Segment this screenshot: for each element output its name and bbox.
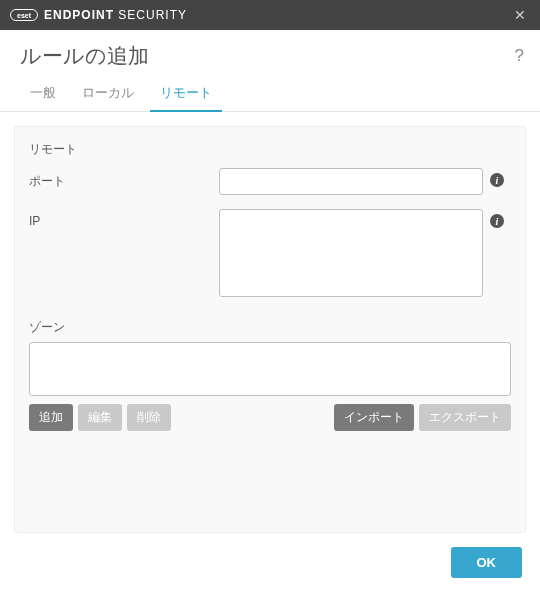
info-icon[interactable]: i bbox=[490, 173, 504, 187]
dialog-footer: OK bbox=[0, 533, 540, 578]
tab-bar: 一般 ローカル リモート bbox=[0, 76, 540, 112]
brand-name-rest: SECURITY bbox=[114, 8, 187, 22]
zone-delete-button: 削除 bbox=[127, 404, 171, 431]
help-icon[interactable]: ? bbox=[515, 46, 524, 66]
row-ip: IP i bbox=[29, 209, 511, 301]
dialog-window: eset ENDPOINT SECURITY ✕ ルールの追加 ? 一般 ローカ… bbox=[0, 0, 540, 590]
section-label-remote: リモート bbox=[29, 141, 511, 158]
tab-general[interactable]: 一般 bbox=[20, 76, 66, 111]
zone-export-button: エクスポート bbox=[419, 404, 511, 431]
input-ip[interactable] bbox=[219, 209, 483, 297]
input-port[interactable] bbox=[219, 168, 483, 195]
tab-remote[interactable]: リモート bbox=[150, 76, 222, 112]
label-port: ポート bbox=[29, 168, 219, 190]
zone-block: ゾーン 追加 編集 削除 インポート エクスポート bbox=[29, 319, 511, 431]
label-zone: ゾーン bbox=[29, 319, 511, 336]
header-row: ルールの追加 ? bbox=[0, 30, 540, 76]
brand-logo: eset bbox=[10, 9, 38, 21]
zone-import-button[interactable]: インポート bbox=[334, 404, 414, 431]
tab-panel-remote: リモート ポート i IP i ゾーン bbox=[14, 126, 526, 533]
label-ip: IP bbox=[29, 209, 219, 228]
zone-edit-button: 編集 bbox=[78, 404, 122, 431]
close-icon[interactable]: ✕ bbox=[510, 8, 531, 22]
zone-add-button[interactable]: 追加 bbox=[29, 404, 73, 431]
info-icon[interactable]: i bbox=[490, 214, 504, 228]
zone-button-row: 追加 編集 削除 インポート エクスポート bbox=[29, 404, 511, 431]
brand-name-bold: ENDPOINT bbox=[44, 8, 114, 22]
titlebar: eset ENDPOINT SECURITY ✕ bbox=[0, 0, 540, 30]
page-title: ルールの追加 bbox=[20, 42, 515, 70]
brand-name: ENDPOINT SECURITY bbox=[44, 8, 187, 22]
content-area: ルールの追加 ? 一般 ローカル リモート リモート ポート i IP bbox=[0, 30, 540, 590]
zone-list[interactable] bbox=[29, 342, 511, 396]
row-port: ポート i bbox=[29, 168, 511, 195]
ok-button[interactable]: OK bbox=[451, 547, 523, 578]
tab-local[interactable]: ローカル bbox=[72, 76, 144, 111]
